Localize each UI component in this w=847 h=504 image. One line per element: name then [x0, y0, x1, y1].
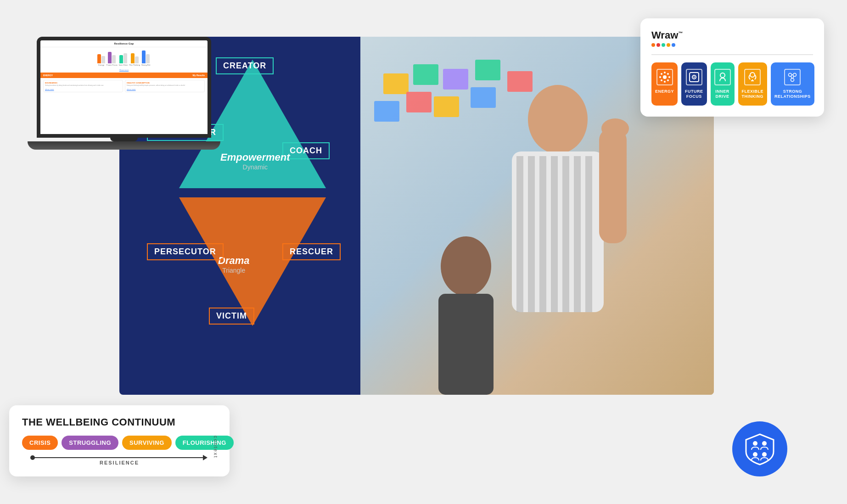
- laptop-card: Resilience Gap Energy Future Focus: [28, 37, 220, 165]
- wellbeing-badges: CRISIS STRUGGLING SURVIVING FLOURISHING: [22, 436, 217, 450]
- bar-group-5: Strong Rel.: [141, 50, 151, 66]
- svg-point-48: [762, 441, 767, 446]
- energy-label: ENERGY: [655, 89, 674, 94]
- bar-group-4: Flex Thinking: [129, 50, 140, 66]
- laptop-notch: [110, 138, 138, 141]
- inner-drive-icon: [714, 69, 731, 85]
- label-rescuer: RESCUER: [282, 243, 341, 260]
- svg-rect-17: [574, 156, 581, 312]
- svg-point-30: [661, 73, 662, 75]
- screen-card-boundaries: BOUNDARIES Setting boundaries by taking …: [43, 80, 123, 92]
- svg-point-47: [753, 441, 757, 446]
- wraw-item-inner: INNER DRIVE: [711, 62, 735, 106]
- svg-point-28: [659, 76, 661, 78]
- svg-line-45: [791, 76, 792, 78]
- svg-point-21: [441, 236, 491, 296]
- svg-rect-6: [434, 96, 459, 117]
- svg-point-33: [661, 79, 662, 81]
- wraw-item-relationships: STRONG RELATIONSHIPS: [771, 62, 814, 106]
- future-focus-icon: [686, 69, 702, 85]
- context-label: context: [213, 436, 219, 458]
- svg-rect-13: [528, 156, 535, 312]
- svg-point-32: [667, 73, 669, 75]
- shield-people-icon: [741, 431, 778, 467]
- svg-rect-3: [374, 101, 399, 122]
- svg-rect-7: [475, 60, 500, 80]
- svg-rect-22: [438, 294, 494, 395]
- wellbeing-axis: RESILIENCE: [22, 457, 217, 465]
- screen-card-consumption: HEALTHY CONSUMPTION Eating and drinking …: [125, 80, 205, 92]
- svg-point-43: [791, 78, 794, 82]
- wraw-item-flexible: FLEXIBLE THINKING: [738, 62, 768, 106]
- svg-point-41: [789, 73, 792, 77]
- badge-flourishing: FLOURISHING: [175, 436, 234, 450]
- svg-point-38: [750, 73, 755, 77]
- screen-header: Resilience Gap: [40, 40, 208, 47]
- badge-crisis: CRISIS: [22, 436, 58, 450]
- dot-red: [656, 43, 660, 47]
- svg-rect-19: [599, 129, 627, 243]
- wellbeing-title: THE WELLBEING CONTINUUM: [22, 416, 217, 428]
- screen-orange-bar: ENERGY My Results: [40, 73, 208, 78]
- wellbeing-card: THE WELLBEING CONTINUUM CRISIS STRUGGLIN…: [9, 405, 230, 476]
- svg-rect-4: [406, 92, 432, 112]
- screen-content: Resilience Gap Energy Future Focus: [40, 40, 208, 134]
- strong-relationships-label: STRONG RELATIONSHIPS: [774, 89, 811, 99]
- svg-point-27: [664, 81, 666, 83]
- svg-rect-18: [585, 156, 592, 312]
- wraw-items: ENERGY FUTURE FOCUS INNER DRIVE: [651, 62, 813, 106]
- inner-drive-label: INNER DRIVE: [714, 89, 731, 99]
- wraw-logo: Wraw™: [651, 29, 813, 41]
- wraw-divider: [651, 54, 813, 55]
- dot-yellow: [667, 43, 670, 47]
- flexible-thinking-label: FLEXIBLE THINKING: [742, 89, 764, 99]
- dot-orange: [651, 43, 655, 47]
- laptop-base: [28, 141, 220, 150]
- svg-rect-1: [383, 73, 409, 94]
- svg-point-50: [762, 452, 767, 457]
- badge-surviving: SURVIVING: [122, 436, 172, 450]
- axis-label: RESILIENCE: [100, 460, 139, 465]
- svg-rect-16: [562, 156, 569, 312]
- svg-rect-5: [443, 69, 468, 90]
- badge-struggling: STRUGGLING: [62, 436, 118, 450]
- wraw-dots: [651, 43, 813, 47]
- svg-point-36: [693, 77, 695, 78]
- svg-point-29: [668, 76, 670, 78]
- svg-rect-2: [413, 64, 438, 85]
- svg-point-31: [667, 79, 669, 81]
- svg-point-10: [528, 85, 588, 154]
- strong-relationships-icon: [784, 69, 801, 85]
- svg-marker-24: [179, 197, 326, 326]
- dot-teal: [662, 43, 665, 47]
- screen-cards: BOUNDARIES Setting boundaries by taking …: [40, 78, 208, 94]
- svg-rect-12: [516, 156, 523, 312]
- label-persecutor: PERSECUTOR: [147, 243, 224, 260]
- label-victim: VICTIM: [209, 308, 254, 325]
- laptop-screen: Resilience Gap Energy Future Focus: [37, 37, 211, 138]
- label-creator: CREATOR: [216, 57, 274, 74]
- svg-point-25: [663, 75, 667, 79]
- svg-rect-8: [471, 87, 496, 108]
- shield-badge: [732, 421, 787, 476]
- svg-point-37: [720, 73, 725, 78]
- bar-group-1: Energy: [97, 50, 105, 66]
- svg-point-49: [753, 452, 757, 457]
- wraw-item-future: FUTURE FOCUS: [681, 62, 707, 106]
- axis-line: [32, 457, 207, 458]
- empowerment-dynamic-text: Empowerment Dynamic: [220, 151, 290, 171]
- energy-icon: [656, 69, 673, 85]
- wraw-card: Wraw™ ENERGY: [640, 18, 824, 117]
- svg-point-42: [793, 73, 797, 77]
- svg-rect-15: [551, 156, 558, 312]
- svg-line-46: [793, 76, 794, 78]
- svg-rect-9: [507, 71, 533, 92]
- wraw-item-energy: ENERGY: [651, 62, 678, 106]
- dot-blue: [672, 43, 675, 47]
- future-focus-label: FUTURE FOCUS: [685, 89, 703, 99]
- bar-group-2: Future Focus: [107, 50, 118, 66]
- flexible-thinking-icon: [744, 69, 761, 85]
- bar-group-3: Inner Drive: [119, 50, 128, 66]
- svg-point-26: [664, 72, 666, 73]
- svg-rect-14: [539, 156, 546, 312]
